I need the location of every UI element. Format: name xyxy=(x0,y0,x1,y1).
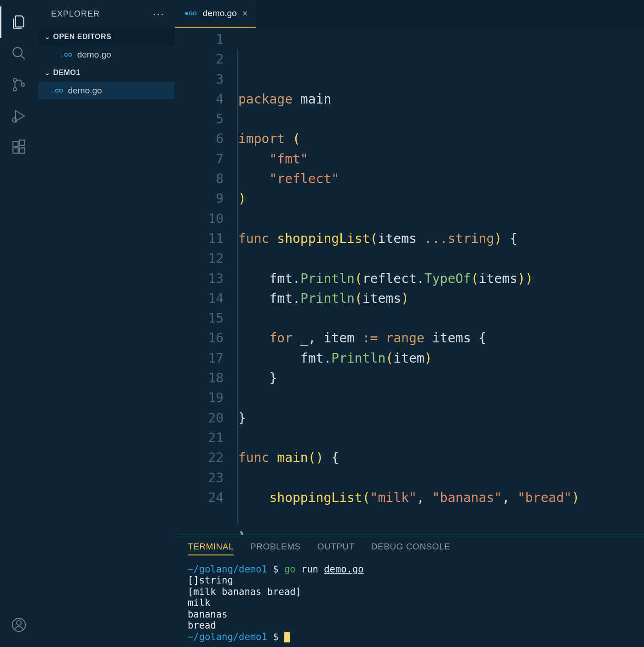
tab-label: demo.go xyxy=(203,8,237,18)
terminal-output: []string[milk bananas bread]milkbananasb… xyxy=(188,575,644,631)
code-line[interactable] xyxy=(238,428,644,448)
line-number: 23 xyxy=(175,468,224,488)
terminal-cmd-file: demo.go xyxy=(324,564,363,575)
editor-tab[interactable]: GO demo.go × xyxy=(175,0,256,28)
code-line[interactable]: package main xyxy=(238,89,644,109)
open-editor-filename: demo.go xyxy=(77,50,111,60)
line-number: 3 xyxy=(175,69,224,89)
svg-point-14 xyxy=(17,621,21,625)
activity-extensions-icon[interactable] xyxy=(0,132,38,163)
panel-tab-debug-console[interactable]: DEBUG CONSOLE xyxy=(371,542,450,555)
terminal-cursor xyxy=(284,632,290,642)
code-line[interactable]: func main() { xyxy=(238,448,644,468)
terminal-prompt: $ xyxy=(273,564,284,575)
go-file-icon: GO xyxy=(185,11,197,17)
indent-guide xyxy=(237,49,238,524)
code-line[interactable]: shoppingList("milk", "bananas", "bread") xyxy=(238,488,644,508)
activity-bar xyxy=(0,0,38,647)
open-editors-header[interactable]: ⌄ OPEN EDITORS xyxy=(38,28,175,46)
line-number: 4 xyxy=(175,89,224,109)
line-number: 7 xyxy=(175,149,224,169)
go-file-icon: GO xyxy=(51,88,63,94)
svg-point-3 xyxy=(13,87,17,91)
close-icon[interactable]: × xyxy=(242,8,248,19)
terminal-line: ~/golang/demo1 $ xyxy=(188,631,644,643)
code-line[interactable] xyxy=(238,308,644,328)
code-content[interactable]: package main import ( "fmt" "reflect") f… xyxy=(238,28,644,535)
activity-source-control-icon[interactable] xyxy=(0,69,38,100)
line-gutter: 123456789101112131415161718192021222324 xyxy=(175,28,238,535)
terminal-output-line: []string xyxy=(188,575,644,586)
file-item-name: demo.go xyxy=(68,86,102,96)
line-number: 1 xyxy=(175,29,224,49)
terminal-cmd-rest: run xyxy=(301,564,324,575)
line-number: 12 xyxy=(175,248,224,268)
line-number: 21 xyxy=(175,428,224,448)
code-line[interactable]: fmt.Println(reflect.TypeOf(items)) xyxy=(238,269,644,289)
code-line[interactable]: } xyxy=(238,527,644,534)
line-number: 20 xyxy=(175,408,224,428)
svg-point-4 xyxy=(21,83,24,86)
activity-run-debug-icon[interactable] xyxy=(0,100,38,132)
file-item[interactable]: GO demo.go xyxy=(38,82,175,99)
activity-explorer-icon[interactable] xyxy=(0,6,38,38)
code-line[interactable]: } xyxy=(238,408,644,428)
line-number: 10 xyxy=(175,209,224,229)
code-line[interactable]: for _, item := range items { xyxy=(238,328,644,348)
line-number: 2 xyxy=(175,49,224,69)
svg-rect-12 xyxy=(19,140,24,145)
line-number: 5 xyxy=(175,109,224,129)
activity-search-icon[interactable] xyxy=(0,38,38,69)
code-line[interactable] xyxy=(238,209,644,229)
code-line[interactable]: } xyxy=(238,368,644,388)
svg-rect-9 xyxy=(13,141,18,146)
line-number: 17 xyxy=(175,348,224,368)
svg-rect-11 xyxy=(19,148,24,153)
line-number: 18 xyxy=(175,368,224,388)
terminal-output-line: bananas xyxy=(188,609,644,620)
terminal-path: ~/golang/demo1 xyxy=(188,631,267,642)
line-number: 16 xyxy=(175,328,224,348)
panel-tab-terminal[interactable]: TERMINAL xyxy=(188,542,234,555)
folder-header[interactable]: ⌄ DEMO1 xyxy=(38,64,175,82)
code-line[interactable]: fmt.Println(items) xyxy=(238,289,644,308)
code-line[interactable]: func shoppingList(items ...string) { xyxy=(238,229,644,248)
svg-point-2 xyxy=(13,79,17,82)
terminal-line: ~/golang/demo1 $ go run demo.go xyxy=(188,564,644,575)
code-line[interactable] xyxy=(238,109,644,129)
svg-point-5 xyxy=(12,118,17,122)
line-number: 19 xyxy=(175,388,224,408)
code-line[interactable] xyxy=(238,388,644,408)
panel-tab-output[interactable]: OUTPUT xyxy=(317,542,355,555)
terminal-output-line: [milk bananas bread] xyxy=(188,586,644,598)
explorer-sidebar: EXPLORER ··· ⌄ OPEN EDITORS GO demo.go ⌄… xyxy=(38,0,175,647)
line-number: 15 xyxy=(175,308,224,328)
line-number: 22 xyxy=(175,448,224,468)
main-area: GO demo.go × 123456789101112131415161718… xyxy=(175,0,644,647)
code-line[interactable]: import ( xyxy=(238,129,644,149)
line-number: 6 xyxy=(175,129,224,149)
sidebar-more-icon[interactable]: ··· xyxy=(153,7,165,20)
code-line[interactable]: "reflect" xyxy=(238,169,644,189)
code-line[interactable] xyxy=(238,468,644,488)
go-file-icon: GO xyxy=(60,52,73,58)
code-line[interactable] xyxy=(238,248,644,268)
line-number: 11 xyxy=(175,229,224,248)
terminal-prompt: $ xyxy=(273,631,284,642)
terminal-body[interactable]: ~/golang/demo1 $ go run demo.go []string… xyxy=(188,564,644,643)
line-number: 9 xyxy=(175,189,224,208)
activity-account-icon[interactable] xyxy=(0,609,38,641)
terminal-output-line: milk xyxy=(188,597,644,609)
code-line[interactable]: "fmt" xyxy=(238,149,644,169)
code-line[interactable] xyxy=(238,508,644,527)
svg-line-1 xyxy=(21,56,25,59)
code-line[interactable]: ) xyxy=(238,189,644,208)
terminal-panel: TERMINALPROBLEMSOUTPUTDEBUG CONSOLE ~/go… xyxy=(175,535,644,647)
line-number: 8 xyxy=(175,169,224,189)
terminal-path: ~/golang/demo1 xyxy=(188,564,267,575)
chevron-down-icon: ⌄ xyxy=(45,69,51,76)
panel-tab-problems[interactable]: PROBLEMS xyxy=(250,542,301,555)
open-editor-item[interactable]: GO demo.go xyxy=(38,46,175,64)
code-editor[interactable]: 123456789101112131415161718192021222324 … xyxy=(175,28,644,535)
code-line[interactable]: fmt.Println(item) xyxy=(238,348,644,368)
